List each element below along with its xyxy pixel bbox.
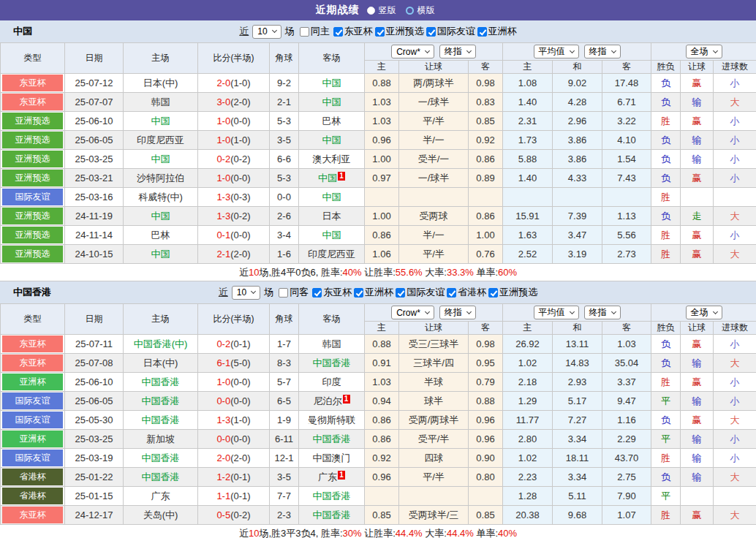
halftime-score: (2-0) — [230, 452, 250, 463]
cell-corner: 3-4 — [270, 226, 299, 245]
type-badge: 亚洲杯 — [2, 431, 63, 447]
summary-segment: 30% — [343, 528, 362, 538]
cell-avg-draw: 3.19 — [553, 245, 602, 264]
summary-line: 近10场,胜4平0负6, 胜率:40% 让胜率:55.6% 大率:33.3% 单… — [0, 264, 756, 281]
odds-select-inner: 平均值终指 — [503, 45, 651, 58]
cell-type: 东亚杯 — [1, 74, 65, 93]
competition-checkbox[interactable]: 国际友谊 — [426, 25, 475, 38]
away-team-name: 尼泊尔 — [314, 395, 342, 406]
cell-date: 25-07-12 — [65, 74, 124, 93]
competition-checkbox[interactable]: 东亚杯 — [333, 25, 373, 38]
away-team-name: 巴林 — [322, 115, 341, 126]
average-select[interactable]: 平均值 — [534, 306, 579, 319]
final-index-select-2[interactable]: 终指 — [584, 45, 621, 58]
cell-result-goals: 小 — [714, 131, 756, 150]
match-row: 省港杯25-01-15广东1-1(0-1)7-7中国香港1.285.117.90… — [1, 487, 756, 506]
results-section-0: 中国近10场同主东亚杯亚洲预选国际友谊亚洲杯类型日期主场比分(半场)角球客场Cr… — [0, 20, 756, 281]
cell-odds-away: 0.76 — [469, 245, 503, 264]
cell-score: 0-2(0-1) — [198, 335, 270, 354]
average-select[interactable]: 平均值 — [534, 45, 579, 58]
away-team-name: 中国 — [322, 96, 341, 107]
cell-odds-away: 0.98 — [469, 335, 503, 354]
cell-date: 25-06-05 — [65, 392, 124, 411]
cell-result-handicap: 赢 — [681, 112, 714, 131]
results-container: 中国近10场同主东亚杯亚洲预选国际友谊亚洲杯类型日期主场比分(半场)角球客场Cr… — [0, 20, 756, 538]
team-name: 中国 — [13, 25, 32, 38]
odds-company-select-value: Crow* — [396, 308, 420, 318]
radio-horizontal-layout[interactable] — [406, 7, 414, 15]
cell-odds-home — [365, 188, 399, 207]
cell-score: 1-2(0-1) — [198, 468, 270, 487]
competition-checkbox[interactable]: 亚洲杯 — [477, 25, 517, 38]
same-venue-checkbox-label: 同主 — [311, 25, 330, 38]
match-row: 亚洲杯25-06-10中国香港1-0(0-0)5-7印度1.03半球0.792.… — [1, 373, 756, 392]
odds-company-select[interactable]: Crow* — [391, 45, 434, 58]
final-index-select-2[interactable]: 终指 — [584, 306, 621, 319]
column-subheader: 和 — [553, 61, 602, 74]
recent-count-select[interactable]: 10 — [232, 286, 260, 300]
cell-away-team: 中国1 — [299, 169, 365, 188]
cell-avg-home: 2.80 — [503, 430, 553, 449]
cell-avg-away: 1.54 — [602, 150, 651, 169]
cell-date: 25-03-25 — [65, 430, 124, 449]
competition-checkbox[interactable]: 亚洲杯 — [354, 286, 393, 299]
column-header: 主场 — [124, 304, 198, 335]
cell-result-goals: 小 — [714, 226, 756, 245]
recent-count-select[interactable]: 10 — [252, 25, 281, 39]
cell-avg-draw: 2.96 — [553, 112, 602, 131]
filter-controls: 近10场同客东亚杯亚洲杯国际友谊省港杯亚洲预选 — [219, 286, 537, 300]
cell-type: 亚洲预选 — [1, 131, 65, 150]
cell-away-team: 中国 — [299, 93, 365, 112]
chevron-down-icon — [425, 48, 430, 53]
cell-corner: 3-5 — [270, 131, 299, 150]
competition-checkbox[interactable]: 东亚杯 — [312, 286, 352, 299]
cell-avg-draw: 3.47 — [553, 226, 602, 245]
cell-away-team: 尼泊尔1 — [299, 392, 365, 411]
cell-date: 24-10-15 — [65, 245, 124, 264]
radio-vertical-layout[interactable] — [367, 7, 375, 15]
fulltime-select-value: 全场 — [691, 45, 708, 58]
final-index-select[interactable]: 终指 — [439, 306, 476, 319]
same-venue-checkbox[interactable]: 同主 — [300, 25, 330, 38]
same-venue-checkbox[interactable]: 同客 — [279, 286, 309, 299]
cell-type: 东亚杯 — [1, 354, 65, 373]
cell-avg-away: 3.37 — [602, 373, 651, 392]
cell-date: 25-06-10 — [65, 112, 124, 131]
odds-select-group: 平均值终指 — [503, 43, 651, 61]
cell-date: 25-05-30 — [65, 411, 124, 430]
cell-corner: 9-2 — [270, 74, 299, 93]
fulltime-select[interactable]: 全场 — [686, 45, 722, 58]
cell-result-wdl: 负 — [651, 74, 681, 93]
same-venue-checkbox-label: 同客 — [290, 286, 309, 299]
competition-checkbox[interactable]: 亚洲预选 — [375, 25, 424, 38]
cell-avg-home: 20.38 — [503, 506, 553, 525]
header-row: 类型日期主场比分(半场)角球客场Crow*终指平均值终指全场 — [1, 304, 756, 322]
competition-checkbox[interactable]: 国际友谊 — [396, 286, 445, 299]
odds-company-select[interactable]: Crow* — [391, 306, 434, 319]
odds-select-group: 平均值终指 — [503, 304, 651, 322]
cell-result-goals: 小 — [714, 150, 756, 169]
cell-result-handicap: 输 — [681, 392, 714, 411]
cell-avg-away — [602, 188, 651, 207]
type-badge: 亚洲预选 — [2, 246, 63, 262]
type-badge: 国际友谊 — [2, 412, 63, 428]
cell-away-team: 中国香港 — [299, 430, 365, 449]
fulltime-select[interactable]: 全场 — [686, 306, 722, 319]
cell-avg-draw: 14.83 — [553, 354, 602, 373]
cell-corner: 1-7 — [270, 335, 299, 354]
cell-result-goals: 小 — [714, 112, 756, 131]
cell-home-team: 日本(中) — [124, 354, 198, 373]
cell-result-handicap: 赢 — [681, 169, 714, 188]
final-index-select[interactable]: 终指 — [439, 45, 476, 58]
home-team-name: 科威特(中) — [138, 192, 183, 202]
away-team-name: 中国 — [318, 173, 337, 183]
competition-checkbox[interactable]: 亚洲预选 — [488, 286, 537, 299]
cell-result-handicap: 赢 — [681, 335, 714, 354]
cell-odds-handicap — [399, 188, 469, 207]
cell-away-team: 澳大利亚 — [299, 150, 365, 169]
competition-checkbox[interactable]: 省港杯 — [447, 286, 486, 299]
cell-result-wdl: 胜 — [651, 112, 681, 131]
column-subheader: 让球 — [399, 61, 469, 74]
cell-corner: 2-6 — [270, 207, 299, 226]
cell-corner: 8-3 — [270, 354, 299, 373]
